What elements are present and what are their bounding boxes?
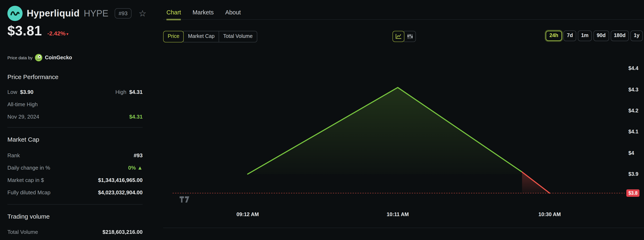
y-axis-label: $4.4: [628, 65, 638, 72]
tab-about[interactable]: About: [225, 9, 241, 20]
price-change: -2.42%▾: [47, 30, 68, 37]
tab-markets[interactable]: Markets: [192, 9, 214, 20]
line-chart-toggle-button[interactable]: [392, 31, 404, 42]
attribution-text: Price data by: [8, 55, 33, 60]
y-axis-label: $4.1: [628, 129, 638, 135]
metric-button-price[interactable]: Price: [163, 31, 184, 42]
price-change-value: -2.42%: [47, 30, 66, 37]
x-axis: 09:12 AM10:11 AM10:30 AM: [172, 212, 625, 218]
x-axis-label: 10:30 AM: [538, 212, 561, 217]
current-price: $3.81: [8, 23, 42, 39]
app-root: Hyperliquid HYPE #93 ☆ $3.81 -2.42%▾ Pri…: [0, 0, 644, 240]
low-label: Low: [8, 89, 17, 95]
metric-toggle-group: PriceMarket CapTotal Volume: [163, 31, 257, 42]
coin-name: Hyperliquid: [27, 8, 80, 19]
y-axis: $4.4$4.3$4.2$4.1$4$3.9: [628, 47, 644, 208]
coin-symbol: HYPE: [84, 8, 108, 19]
coin-header: Hyperliquid HYPE #93 ☆: [8, 6, 146, 21]
coin-rank-badge: #93: [114, 8, 132, 19]
range-button-180d[interactable]: 180d: [610, 31, 629, 41]
x-axis-label: 10:11 AM: [387, 212, 409, 217]
range-button-90d[interactable]: 90d: [594, 31, 609, 41]
low-value: $3.90: [20, 89, 34, 95]
y-axis-label: $4.3: [628, 86, 638, 93]
stat-value: $4,023,032,904.00: [98, 189, 142, 196]
divider: [8, 204, 142, 205]
stat-row: Fully diluted Mcap$4,023,032,904.00: [8, 189, 142, 202]
price-chart[interactable]: [172, 47, 625, 208]
header-divider: [163, 19, 644, 20]
hyperliquid-logo-icon: [8, 6, 22, 21]
market-cap-title: Market Cap: [8, 136, 39, 143]
range-button-7d[interactable]: 7d: [564, 31, 576, 41]
price-performance-title: Price Performance: [8, 73, 58, 80]
price-attribution: Price data by CoinGecko: [8, 54, 72, 61]
low-high-row: Low $3.90 High $4.31: [8, 89, 142, 95]
metric-button-market-cap[interactable]: Market Cap: [184, 31, 219, 42]
y-axis-label: $3.9: [628, 171, 638, 177]
range-button-1m[interactable]: 1m: [578, 31, 592, 41]
all-time-high-label: All-time High: [8, 101, 38, 107]
ath-date: Nov 29, 2024: [8, 114, 39, 120]
ath-value: $4.31: [129, 114, 142, 120]
metric-button-total-volume[interactable]: Total Volume: [219, 31, 257, 42]
line-chart-icon: [395, 34, 402, 39]
high-label: High: [115, 89, 126, 95]
stat-label: Rank: [8, 152, 20, 159]
range-button-1y[interactable]: 1y: [630, 31, 643, 41]
tradingview-logo[interactable]: [180, 196, 191, 204]
down-triangle-icon: ▾: [66, 32, 68, 36]
stat-value: $1,343,416,965.00: [98, 177, 142, 183]
trading-volume-title: Trading volume: [8, 213, 50, 220]
coingecko-logo-icon: [35, 54, 42, 61]
stat-row: Market cap in $$1,343,416,965.00: [8, 177, 142, 189]
price-chart-svg: [172, 47, 625, 208]
stat-label: Daily change in %: [8, 165, 50, 171]
tab-bar: ChartMarketsAbout: [166, 9, 241, 20]
trading-volume-rows: Total Volume$218,603,216.00: [8, 229, 142, 240]
candlestick-chart-icon: [407, 34, 413, 39]
range-button-24h[interactable]: 24h: [546, 31, 562, 41]
stat-row: Total Volume$218,603,216.00: [8, 229, 142, 240]
favorite-star-icon[interactable]: ☆: [139, 9, 146, 18]
y-axis-label: $4.2: [628, 107, 638, 114]
stat-label: Total Volume: [8, 229, 38, 235]
stat-label: Market cap in $: [8, 177, 44, 183]
stat-value: $218,603,216.00: [102, 229, 142, 235]
candlestick-chart-toggle-button[interactable]: [404, 31, 416, 42]
current-price-axis-badge: $3.8: [626, 189, 640, 197]
all-time-high-row: Nov 29, 2024 $4.31: [8, 114, 142, 120]
high-value: $4.31: [129, 89, 142, 95]
market-cap-rows: Rank#93Daily change in %0% ▲Market cap i…: [8, 152, 142, 202]
coingecko-link[interactable]: CoinGecko: [45, 55, 72, 61]
time-range-group: 24h7d1m90d180d1y: [546, 31, 643, 41]
tab-chart[interactable]: Chart: [166, 9, 181, 20]
stat-value: 0% ▲: [128, 165, 142, 171]
chart-type-toggle-group: [392, 31, 416, 42]
price-block: $3.81 -2.42%▾: [8, 23, 68, 39]
stat-value: #93: [134, 152, 142, 159]
stat-row: Daily change in %0% ▲: [8, 165, 142, 177]
y-axis-label: $4: [628, 150, 634, 156]
stat-row: Rank#93: [8, 152, 142, 165]
section-divider: [163, 228, 644, 228]
stat-label: Fully diluted Mcap: [8, 189, 50, 196]
x-axis-label: 09:12 AM: [236, 212, 259, 217]
divider: [8, 127, 142, 128]
